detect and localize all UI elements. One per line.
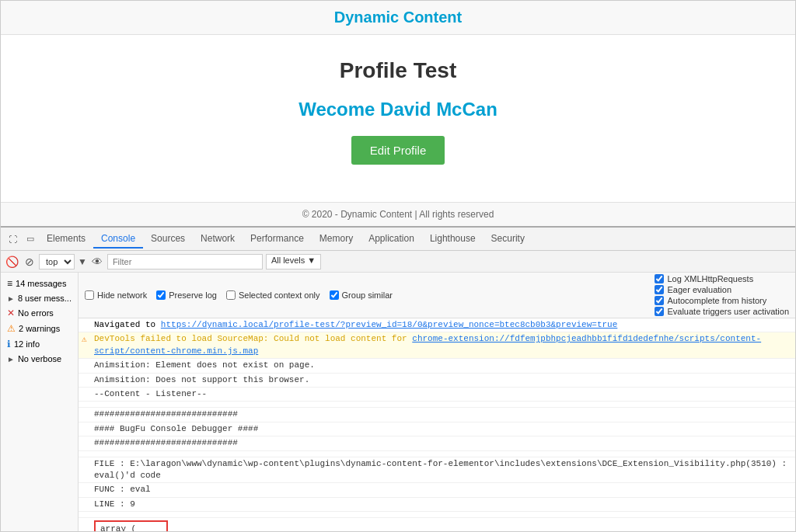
devtools-warning-text: DevTools failed to load SourceMap: Could… <box>94 334 412 343</box>
profile-test-heading: Profile Test <box>24 58 772 83</box>
warnings-count: 2 warnings <box>19 324 60 333</box>
autocomplete-checkbox[interactable] <box>655 296 664 305</box>
messages-icon: ≡ <box>7 278 12 289</box>
page-content: Dynamic Content Profile Test Wecome Davi… <box>1 1 795 226</box>
selected-context-label: Selected context only <box>239 290 320 300</box>
tab-memory[interactable]: Memory <box>312 230 361 249</box>
eager-eval-checkbox[interactable] <box>655 285 664 294</box>
devtools-tabs: ⛶ ▭ Elements Console Sources Network Per… <box>1 228 795 251</box>
devtools-panel: ⛶ ▭ Elements Console Sources Network Per… <box>1 226 795 531</box>
bugfu-title-text: #### BugFu Console Debugger #### <box>94 424 258 433</box>
preserve-log-option[interactable]: Preserve log <box>156 290 217 300</box>
navigate-text: Navigated to <box>94 320 161 329</box>
log-navigate: Navigated to https://dynamic.local/profi… <box>79 318 795 332</box>
log-line: LINE : 9 <box>79 498 795 512</box>
messages-count: 14 messages <box>16 279 66 288</box>
console-output: Navigated to https://dynamic.local/profi… <box>79 318 795 531</box>
sidebar-verbose[interactable]: ► No verbose <box>1 352 78 366</box>
tab-elements[interactable]: Elements <box>39 230 93 249</box>
console-options-right: Log XMLHttpRequests Eager evaluation Aut… <box>655 274 789 316</box>
line-text: LINE : 9 <box>94 499 135 509</box>
evaluate-triggers-label: Evaluate triggers user activation <box>667 307 789 316</box>
edit-profile-button[interactable]: Edit Profile <box>351 136 445 165</box>
func-text: FUNC : eval <box>94 485 151 494</box>
verbose-count: No verbose <box>18 354 61 363</box>
bugfu-hash1-text: ############################ <box>94 409 238 419</box>
tab-security[interactable]: Security <box>484 230 532 249</box>
hide-network-checkbox[interactable] <box>85 290 94 300</box>
info-icon: ℹ <box>7 339 11 349</box>
autocomplete-option[interactable]: Autocomplete from history <box>655 296 789 305</box>
filter-input[interactable] <box>107 254 263 269</box>
hide-network-label: Hide network <box>97 290 147 300</box>
log-file-path: FILE : E:\laragon\www\dynamic\wp-content… <box>79 457 795 484</box>
log-xmlhttp-checkbox[interactable] <box>655 274 664 283</box>
console-sidebar: ≡ 14 messages ► 8 user mess... ✕ No erro… <box>1 273 79 531</box>
sidebar-warnings[interactable]: ⚠ 2 warnings <box>1 321 78 336</box>
preserve-log-checkbox[interactable] <box>156 290 166 300</box>
console-options: Hide network Preserve log Selected conte… <box>79 273 795 318</box>
warning-icon: ⚠ <box>7 323 16 334</box>
group-similar-option[interactable]: Group similar <box>330 290 393 300</box>
tab-sources[interactable]: Sources <box>143 230 193 249</box>
log-array-block: array ( 0 => 1867, ) <box>79 518 795 531</box>
preserve-log-label: Preserve log <box>169 290 217 300</box>
group-similar-checkbox[interactable] <box>330 290 339 300</box>
evaluate-triggers-option[interactable]: Evaluate triggers user activation <box>655 307 789 316</box>
page-header: Dynamic Content <box>1 1 795 35</box>
bugfu-hash2-text: ############################ <box>94 438 238 447</box>
user-messages-count: 8 user mess... <box>18 294 72 303</box>
log-xmlhttp-label: Log XMLHttpRequests <box>667 274 753 283</box>
navigate-link[interactable]: https://dynamic.local/profile-test/?prev… <box>161 320 618 329</box>
selected-context-option[interactable]: Selected context only <box>226 290 320 300</box>
context-dropdown-icon: ▼ <box>78 256 87 267</box>
sidebar-errors[interactable]: ✕ No errors <box>1 305 78 321</box>
tab-console[interactable]: Console <box>93 230 143 249</box>
sidebar-all-messages[interactable]: ≡ 14 messages <box>1 276 78 291</box>
log-content-listener: --Content - Listener-- <box>79 388 795 402</box>
page-title[interactable]: Dynamic Content <box>334 9 462 26</box>
context-select[interactable]: top <box>39 254 75 269</box>
log-bugfu-hash1: ############################ <box>79 408 795 422</box>
hide-network-option[interactable]: Hide network <box>85 290 147 300</box>
info-count: 12 info <box>14 339 40 349</box>
levels-select[interactable]: All levels ▼ <box>266 254 321 269</box>
browser-window: Dynamic Content Profile Test Wecome Davi… <box>0 0 796 532</box>
device-icon[interactable]: ▭ <box>22 231 39 247</box>
tab-lighthouse[interactable]: Lighthouse <box>422 230 484 249</box>
clear-console-button[interactable]: 🚫 <box>4 256 20 268</box>
tab-application[interactable]: Application <box>361 230 422 249</box>
log-xmlhttp-option[interactable]: Log XMLHttpRequests <box>655 274 789 283</box>
log-empty-3 <box>79 512 795 518</box>
eager-eval-label: Eager evaluation <box>667 285 731 294</box>
inspect-icon[interactable]: ⛶ <box>4 231 22 247</box>
log-animsition-2: Animsition: Does not support this browse… <box>79 374 795 388</box>
devtools-body: ≡ 14 messages ► 8 user mess... ✕ No erro… <box>1 273 795 531</box>
log-empty-2 <box>79 451 795 457</box>
log-empty-1 <box>79 402 795 408</box>
array-value-block: array ( 0 => 1867, ) <box>94 520 168 531</box>
animsition-2-text: Animsition: Does not support this browse… <box>94 375 309 384</box>
evaluate-triggers-checkbox[interactable] <box>655 307 664 316</box>
log-func: FUNC : eval <box>79 483 795 497</box>
animsition-1-text: Animsition: Element does not exist on pa… <box>94 360 315 370</box>
log-bugfu-hash2: ############################ <box>79 436 795 450</box>
array-value-text: array ( 0 => 1867, ) <box>100 523 162 531</box>
sidebar-info[interactable]: ℹ 12 info <box>1 336 78 352</box>
tab-performance[interactable]: Performance <box>243 230 312 249</box>
eye-icon[interactable]: 👁 <box>90 256 104 268</box>
selected-context-checkbox[interactable] <box>226 290 236 300</box>
filter-toggle-button[interactable]: ⊘ <box>23 256 36 268</box>
error-icon: ✕ <box>7 308 15 318</box>
tab-network[interactable]: Network <box>193 230 243 249</box>
file-path-text: FILE : E:\laragon\www\dynamic\wp-content… <box>94 459 787 480</box>
eager-eval-option[interactable]: Eager evaluation <box>655 285 789 294</box>
content-listener-text: --Content - Listener-- <box>94 389 207 398</box>
log-devtools-warning: ⚠ DevTools failed to load SourceMap: Cou… <box>79 332 795 359</box>
autocomplete-label: Autocomplete from history <box>667 296 766 305</box>
sidebar-user-messages[interactable]: ► 8 user mess... <box>1 291 78 305</box>
log-animsition-1: Animsition: Element does not exist on pa… <box>79 359 795 373</box>
main-content: Profile Test Wecome David McCan Edit Pro… <box>1 35 795 202</box>
errors-count: No errors <box>18 308 54 318</box>
console-main: Hide network Preserve log Selected conte… <box>79 273 795 531</box>
